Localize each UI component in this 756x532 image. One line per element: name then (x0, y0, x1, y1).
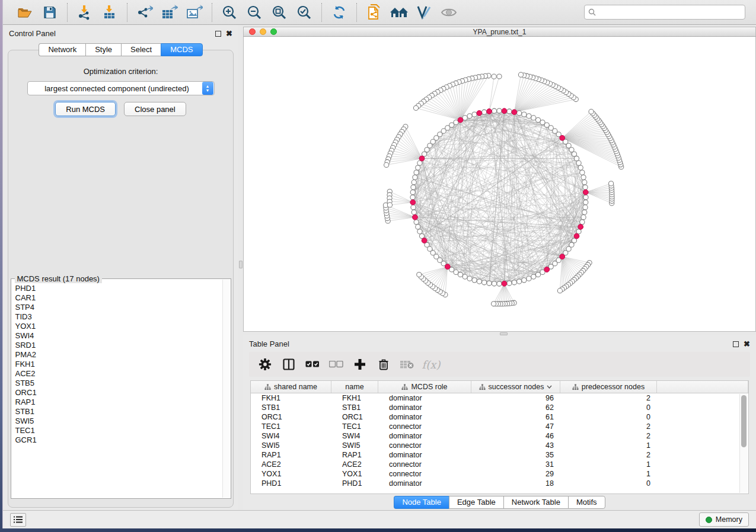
memory-button[interactable]: Memory (699, 512, 749, 527)
mcds-result-title: MCDS result (17 nodes) (15, 274, 102, 283)
cell-name: ORC1 (331, 413, 378, 421)
table-row[interactable]: SWI5SWI5connector431 (251, 441, 748, 450)
search-input[interactable] (598, 8, 741, 17)
main-toolbar (3, 0, 756, 25)
zoom-selected-icon[interactable] (293, 3, 315, 22)
result-item[interactable]: ACE2 (11, 369, 222, 379)
result-item[interactable]: PHD1 (11, 284, 222, 293)
namespace-icon (572, 384, 579, 390)
criterion-select[interactable]: largest connected component (undirected)… (27, 81, 215, 95)
show-hide-icon[interactable] (438, 3, 460, 22)
network-canvas[interactable] (243, 37, 756, 332)
splitter-grip[interactable] (500, 332, 508, 335)
result-scrollbar[interactable] (222, 280, 230, 498)
import-table-icon[interactable] (98, 3, 121, 22)
cell-name: YOX1 (331, 470, 378, 478)
zoom-in-icon[interactable] (218, 3, 241, 22)
float-panel-icon[interactable] (733, 341, 739, 347)
table-scrollbar[interactable] (739, 394, 748, 493)
import-network-icon[interactable] (74, 3, 96, 22)
result-item[interactable]: TID3 (11, 312, 222, 322)
result-item[interactable]: ORC1 (11, 388, 222, 398)
close-panel-icon[interactable]: ✖ (226, 31, 232, 37)
select-all-columns-icon[interactable] (305, 357, 320, 372)
close-panel-icon[interactable]: ✖ (744, 341, 750, 347)
zoom-fit-icon[interactable] (268, 3, 291, 22)
cell-shared-name: STB1 (251, 403, 331, 412)
status-bar: Memory (3, 510, 756, 528)
function-builder-icon[interactable]: f(x) (423, 357, 439, 372)
cell-predecessor-nodes: 0 (560, 479, 657, 488)
column-header-successor-nodes[interactable]: successor nodes (471, 381, 560, 393)
deselect-all-columns-icon[interactable] (328, 357, 344, 372)
annotation-mode-icon[interactable] (413, 3, 435, 22)
table-row[interactable]: ORC1ORC1dominator610 (251, 412, 748, 422)
vertical-splitter[interactable] (238, 25, 243, 510)
result-item[interactable]: TEC1 (11, 426, 222, 435)
float-panel-icon[interactable] (215, 31, 221, 37)
tab-network[interactable]: Network (39, 43, 85, 56)
export-table-icon[interactable] (158, 3, 181, 22)
tab-node-table[interactable]: Node Table (394, 496, 449, 509)
cell-successor-nodes: 61 (471, 413, 560, 421)
column-label: MCDS role (411, 383, 447, 391)
table-row[interactable]: STB1STB1dominator620 (251, 403, 748, 412)
export-network-icon[interactable] (133, 3, 156, 22)
table-row[interactable]: PHD1PHD1dominator180 (251, 479, 748, 488)
task-history-button[interactable] (10, 513, 26, 527)
delete-table-icon[interactable] (400, 357, 415, 372)
table-row[interactable]: FKH1FKH1dominator962 (251, 393, 748, 403)
show-columns-icon[interactable] (281, 357, 296, 372)
column-header-shared-name[interactable]: shared name (251, 381, 331, 393)
table-row[interactable]: YOX1YOX1connector291 (251, 469, 748, 479)
table-toolbar: f(x) (249, 352, 750, 377)
zoom-out-icon[interactable] (243, 3, 266, 22)
result-item[interactable]: STB1 (11, 407, 222, 416)
result-item[interactable]: GCR1 (11, 435, 222, 445)
tab-edge-table[interactable]: Edge Table (449, 496, 503, 509)
column-header-predecessor-nodes[interactable]: predecessor nodes (560, 381, 657, 393)
new-network-from-selection-icon[interactable] (363, 3, 385, 22)
cell-MCDS-role: dominator (378, 413, 471, 421)
result-item[interactable]: SRD1 (11, 341, 222, 350)
home-icon[interactable] (388, 3, 410, 22)
export-image-icon[interactable] (183, 3, 206, 22)
cell-name: SWI4 (331, 432, 378, 440)
table-row[interactable]: SWI4SWI4dominator462 (251, 431, 748, 441)
run-mcds-button[interactable]: Run MCDS (55, 102, 116, 116)
add-column-icon[interactable] (352, 357, 368, 372)
column-header-name[interactable]: name (331, 381, 378, 393)
tab-mcds[interactable]: MCDS (161, 43, 202, 56)
result-item[interactable]: SWI5 (11, 416, 222, 426)
cell-name: ACE2 (331, 460, 378, 469)
result-item[interactable]: RAP1 (11, 398, 222, 407)
result-item[interactable]: CAR1 (11, 293, 222, 303)
open-file-icon[interactable] (14, 3, 36, 22)
result-item[interactable]: STP4 (11, 303, 222, 312)
table-settings-icon[interactable] (257, 357, 273, 372)
tab-style[interactable]: Style (85, 43, 121, 56)
table-row[interactable]: ACE2ACE2connector311 (251, 460, 748, 469)
scrollbar-thumb[interactable] (741, 395, 747, 447)
horizontal-splitter[interactable] (243, 332, 756, 335)
result-item[interactable]: STB5 (11, 379, 222, 388)
close-panel-button[interactable]: Close panel (124, 102, 186, 116)
tab-motifs[interactable]: Motifs (568, 496, 605, 509)
delete-icon[interactable] (376, 357, 391, 372)
column-header-MCDS-role[interactable]: MCDS role (378, 381, 471, 393)
table-row[interactable]: RAP1RAP1dominator352 (251, 450, 748, 460)
search-box (584, 5, 745, 20)
result-item[interactable]: PMA2 (11, 350, 222, 360)
save-session-icon[interactable] (39, 3, 61, 22)
result-item[interactable]: YOX1 (11, 322, 222, 331)
table-body: FKH1FKH1dominator962STB1STB1dominator620… (251, 393, 748, 493)
table-row[interactable]: TEC1TEC1connector472 (251, 422, 748, 431)
splitter-grip[interactable] (239, 261, 243, 268)
control-panel-tabs: NetworkStyleSelectMCDS (3, 43, 238, 56)
result-item[interactable]: FKH1 (11, 360, 222, 369)
result-item[interactable]: SWI4 (11, 331, 222, 341)
apply-layout-icon[interactable] (328, 3, 350, 22)
tab-network-table[interactable]: Network Table (503, 496, 568, 509)
sort-desc-icon (547, 385, 552, 389)
tab-select[interactable]: Select (121, 43, 161, 56)
